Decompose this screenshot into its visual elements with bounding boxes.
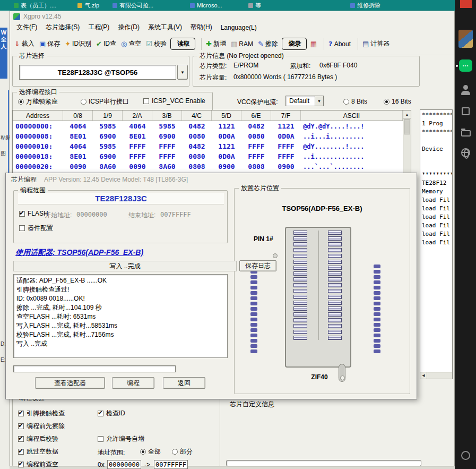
info-panel-hscrollbar[interactable]: ◀ bbox=[420, 372, 452, 379]
hex-value-cell[interactable]: FFFF bbox=[152, 152, 182, 160]
files-icon[interactable] bbox=[459, 126, 472, 140]
taskbar-item[interactable]: 有限公司抢... bbox=[112, 1, 153, 10]
hex-value-cell[interactable]: FFFF bbox=[123, 152, 152, 160]
toolbar-new-button[interactable]: 新增 bbox=[205, 38, 227, 50]
icsp-vcc-checkbox[interactable]: ICSP_VCC Enable bbox=[143, 97, 205, 105]
hex-value-cell[interactable]: 0482 bbox=[182, 142, 212, 150]
contacts-icon[interactable] bbox=[459, 84, 472, 97]
hex-value-cell[interactable]: 0D0A bbox=[271, 132, 301, 140]
hex-value-cell[interactable]: 0080 bbox=[241, 132, 271, 140]
hex-value-cell[interactable]: FFFF bbox=[271, 152, 301, 160]
radio-8-bits[interactable]: 8 Bits bbox=[343, 98, 367, 105]
option-checkbox[interactable]: 跳过空数据 bbox=[18, 447, 58, 456]
taskbar-item[interactable]: 气.zip bbox=[77, 1, 99, 10]
hex-value-cell[interactable]: 4064 bbox=[63, 122, 93, 130]
close-icon[interactable] bbox=[460, 0, 472, 8]
chip-select-combo[interactable]: TE28F128J3C @TSOP56 bbox=[19, 65, 176, 80]
hex-value-cell[interactable]: FFFF bbox=[123, 142, 152, 150]
hex-value-cell[interactable]: 0090 bbox=[123, 163, 152, 170]
log-output[interactable]: 适配器: ADP_F56_EX-B ......OK引脚接触检查通过!ID: 0… bbox=[13, 274, 228, 358]
menu-item[interactable]: Language(L) bbox=[217, 23, 261, 32]
hex-value-cell[interactable]: 8A60 bbox=[152, 163, 182, 170]
view-adapter-button[interactable]: 查看适配器 bbox=[35, 377, 105, 389]
option-checkbox[interactable]: 引脚接触检查 bbox=[18, 409, 65, 418]
hex-value-cell[interactable]: FFFF bbox=[271, 142, 301, 150]
save-log-button[interactable]: 保存日志 bbox=[239, 260, 276, 271]
taskbar-item[interactable]: 表（员工）.... bbox=[14, 1, 56, 10]
hex-value-cell[interactable]: 0482 bbox=[241, 122, 271, 130]
hex-value-cell[interactable]: 0D0A bbox=[212, 132, 241, 140]
hex-value-cell[interactable]: 0D0A bbox=[212, 152, 241, 160]
hex-value-cell[interactable]: 6900 bbox=[93, 152, 123, 160]
radio-address-part[interactable]: 部分 bbox=[172, 447, 193, 456]
custom-info-box[interactable] bbox=[226, 460, 421, 466]
auto-increment-checkbox[interactable]: 允许编号自增 bbox=[98, 434, 144, 444]
vcc-current-select[interactable]: Default ▼ bbox=[285, 96, 324, 106]
hex-value-cell[interactable]: FFFF bbox=[152, 142, 182, 150]
chat-icon[interactable] bbox=[459, 59, 472, 72]
taskbar-item[interactable]: Microso... bbox=[190, 1, 222, 10]
return-button[interactable]: 返回 bbox=[163, 377, 205, 389]
scroll-up-icon[interactable]: ▲ bbox=[403, 110, 411, 118]
toolbar-save-button[interactable]: 保存 bbox=[38, 38, 61, 50]
taskbar-item[interactable]: 等 bbox=[248, 1, 261, 10]
menu-item[interactable]: 操作(D) bbox=[114, 22, 144, 33]
hex-value-cell[interactable]: 5985 bbox=[93, 142, 123, 150]
hex-value-cell[interactable]: 0080 bbox=[182, 132, 212, 140]
toolbar-verify-button[interactable]: 校验 bbox=[145, 38, 168, 50]
window-titlebar[interactable]: Xgpro v12.45 bbox=[10, 11, 454, 22]
hex-row[interactable]: 00000018:8E016900FFFFFFFF00800D0AFFFFFFF… bbox=[13, 151, 403, 161]
hex-row[interactable]: 00000000:4064598540645985048211210482112… bbox=[13, 121, 403, 131]
hex-value-cell[interactable]: 0900 bbox=[212, 163, 241, 170]
radio-icsp[interactable]: ICSP串行接口 bbox=[81, 97, 129, 106]
hex-row[interactable]: 00000010:40645985FFFFFFFF04821121FFFFFFF… bbox=[13, 141, 403, 151]
toolbar-read-button[interactable]: 读取 bbox=[170, 38, 195, 50]
hex-value-cell[interactable]: 0080 bbox=[182, 152, 212, 160]
dialog-titlebar[interactable]: 芯片编程 APP Version: 12.45 Device Model: T4… bbox=[6, 173, 417, 186]
hex-value-cell[interactable]: 0808 bbox=[241, 163, 271, 170]
toolbar-ram-button[interactable]: RAM bbox=[230, 39, 254, 49]
browser-icon[interactable] bbox=[459, 147, 472, 160]
hex-value-cell[interactable]: 8E01 bbox=[63, 132, 93, 140]
hex-value-cell[interactable]: FFFF bbox=[241, 152, 271, 160]
option-checkbox[interactable]: 编程后校验 bbox=[18, 434, 58, 444]
toolbar-load-button[interactable]: 载入 bbox=[13, 38, 36, 50]
hex-value-cell[interactable]: 1121 bbox=[212, 122, 241, 130]
hex-value-cell[interactable]: 0900 bbox=[271, 163, 301, 170]
hex-value-cell[interactable]: 5985 bbox=[93, 122, 123, 130]
check-id-checkbox[interactable]: 检查ID bbox=[98, 409, 125, 418]
hex-value-cell[interactable]: 6900 bbox=[152, 132, 182, 140]
avatar[interactable] bbox=[458, 30, 473, 48]
chevron-down-icon[interactable]: ▼ bbox=[315, 96, 323, 106]
favorites-icon[interactable] bbox=[459, 105, 472, 118]
menu-item[interactable]: 芯片选择(S) bbox=[41, 22, 84, 33]
scrollbar-thumb[interactable] bbox=[404, 120, 410, 134]
hex-value-cell[interactable]: 8E01 bbox=[123, 132, 152, 140]
menu-item[interactable]: 工程(P) bbox=[84, 22, 114, 33]
hex-value-cell[interactable]: 8E01 bbox=[63, 152, 93, 160]
radio-16-bits[interactable]: 16 Bits bbox=[384, 98, 411, 105]
toolbar-id-detect-button[interactable]: ID识别 bbox=[64, 38, 92, 50]
device-config-checkbox[interactable]: 器件配置 bbox=[19, 224, 53, 233]
hex-value-cell[interactable]: 4064 bbox=[63, 142, 93, 150]
hex-value-cell[interactable]: 1121 bbox=[212, 142, 241, 150]
option-checkbox[interactable]: 编程前先擦除 bbox=[18, 422, 65, 431]
hex-value-cell[interactable]: 0482 bbox=[182, 122, 212, 130]
menu-item[interactable]: 帮助(H) bbox=[186, 22, 217, 33]
flash-checkbox[interactable]: FLASH bbox=[19, 210, 48, 217]
toolbar-id-check-button[interactable]: ID查 bbox=[95, 38, 117, 50]
toolbar-blank-check-button[interactable]: 查空 bbox=[120, 38, 142, 50]
hex-row[interactable]: 00000020:00908A6000908A60080809000808090… bbox=[13, 161, 403, 172]
toolbar-about-button[interactable]: About bbox=[327, 39, 352, 49]
toolbar-erase-button[interactable]: 擦除 bbox=[257, 38, 279, 50]
hex-value-cell[interactable]: 6900 bbox=[93, 132, 123, 140]
scroll-left-icon[interactable]: ◀ bbox=[420, 372, 427, 379]
hex-value-cell[interactable]: 4064 bbox=[123, 122, 152, 130]
taskbar-item[interactable]: 维修拆除 bbox=[350, 1, 380, 10]
hex-value-cell[interactable]: 1121 bbox=[271, 122, 301, 130]
hex-row[interactable]: 00000008:8E0169008E01690000800D0A00800D0… bbox=[13, 131, 403, 141]
chip-select-dropdown-button[interactable]: ▼ bbox=[177, 65, 188, 80]
hex-value-cell[interactable]: 0808 bbox=[182, 163, 212, 170]
radio-address-all[interactable]: 全部 bbox=[140, 447, 161, 456]
hex-value-cell[interactable]: 0090 bbox=[63, 163, 93, 170]
